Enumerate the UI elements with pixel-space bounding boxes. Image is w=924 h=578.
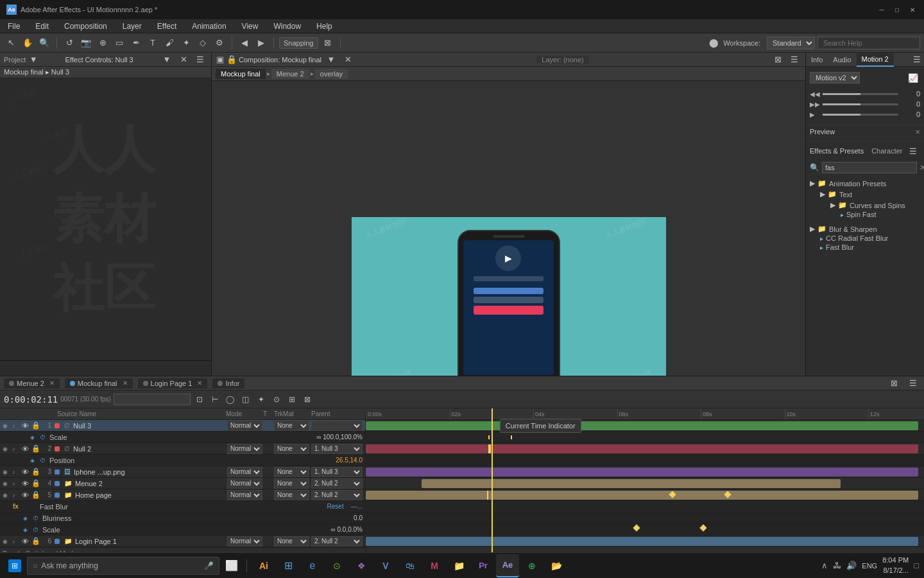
app-edge[interactable]: e [301, 554, 324, 577]
tool-rotate[interactable]: ↺ [62, 36, 76, 50]
app-vs[interactable]: V [374, 554, 397, 577]
tl-tab-login[interactable]: Login Page 1 ✕ [138, 378, 208, 389]
tray-notif[interactable]: □ [914, 561, 919, 570]
tool-brush[interactable]: 🖌 [162, 36, 176, 50]
layer-3-vis[interactable]: 👁 [22, 468, 30, 476]
workspace-select[interactable]: Standard [767, 37, 815, 49]
layer-row-6[interactable]: ◉ ♪ 👁 🔒 6 📁 Login Page 1 Normal None 2. … [0, 536, 365, 547]
layer-6-vis[interactable]: 👁 [22, 538, 30, 545]
motion-slider-1[interactable] [823, 93, 898, 95]
layer-5-audio[interactable]: ♪ [12, 492, 20, 498]
tl-search-input[interactable] [114, 394, 191, 405]
fast-blur-item[interactable]: ▸ Fast Blur [820, 243, 920, 252]
close-button[interactable]: ✕ [907, 4, 918, 15]
curves-chevron[interactable]: ▶ [830, 201, 835, 209]
layer-1-mode[interactable]: Normal [227, 421, 262, 431]
tl-close-login[interactable]: ✕ [197, 380, 202, 387]
effect-controls-options[interactable]: ▼ [160, 53, 174, 67]
tl-current-time[interactable]: 0:00:02:11 [4, 394, 58, 405]
layer-4-trkmat[interactable]: None [274, 478, 309, 489]
tool-puppet[interactable]: ⚙ [212, 36, 227, 50]
app-browser2[interactable]: ⊕ [520, 554, 543, 577]
search-help-input[interactable] [817, 37, 920, 49]
layer-row-4[interactable]: ◉ ♪ 👁 🔒 4 📁 Menue 2 Normal None 2. Null … [0, 478, 365, 489]
layer-6-parent[interactable]: 2. Null 2 [311, 536, 363, 547]
comp-tab-overlay[interactable]: overlay [315, 69, 348, 79]
layer-2-solo[interactable]: ◉ [3, 446, 10, 452]
text-chevron[interactable]: ▶ [820, 190, 825, 198]
layer-2-audio[interactable]: ♪ [12, 446, 20, 452]
layer-4-solo[interactable]: ◉ [3, 480, 10, 487]
search-bar[interactable]: ○ Ask me anything 🎤 [27, 557, 219, 575]
layer-1-vis[interactable]: 👁 [22, 422, 30, 430]
tl-btn-3[interactable]: ◯ [224, 393, 237, 406]
layer-6-mode[interactable]: Normal [227, 536, 262, 547]
anim-presets-chevron[interactable]: ▶ [810, 179, 815, 188]
tl-maximize-btn[interactable]: ⊠ [887, 376, 901, 390]
tl-btn-6[interactable]: ⊙ [270, 393, 283, 406]
effects-menu-btn[interactable]: ☰ [906, 144, 920, 158]
layer-2-mode[interactable]: Normal [227, 444, 262, 454]
effects-search-clear[interactable]: ✕ [920, 163, 924, 172]
tl-menu-btn[interactable]: ☰ [906, 376, 920, 390]
tl-btn-7[interactable]: ⊞ [286, 393, 298, 406]
comp-panel-maximize[interactable]: ⊠ [771, 53, 785, 67]
tl-btn-5[interactable]: ✦ [255, 393, 268, 406]
menu-animation[interactable]: Animation [189, 21, 228, 32]
tl-tab-menue2[interactable]: Menue 2 ✕ [4, 378, 60, 389]
layer-4-vis[interactable]: 👁 [22, 480, 30, 487]
tl-close-mockup[interactable]: ✕ [123, 380, 128, 387]
menu-edit[interactable]: Edit [33, 21, 51, 32]
tool-pan[interactable]: ⊕ [96, 36, 110, 50]
tool-pen[interactable]: ✒ [129, 36, 143, 50]
panel-close-btn[interactable]: ✕ [176, 53, 191, 67]
tool-camera[interactable]: 📷 [79, 36, 93, 50]
layer-row-3[interactable]: ◉ ♪ 👁 🔒 3 🖼 Iphone ...up.png Normal None… [0, 466, 365, 478]
app-folder[interactable]: 📁 [447, 554, 470, 577]
layer-6-lock[interactable]: 🔒 [31, 537, 39, 545]
layer-1-lock[interactable]: 🔒 [31, 421, 39, 430]
blur-stopwatch[interactable]: ⏱ [33, 515, 40, 521]
tl-btn-8[interactable]: ⊠ [301, 393, 314, 406]
app-store[interactable]: 🛍 [398, 554, 422, 577]
tool-clone[interactable]: ✦ [179, 36, 193, 50]
tray-expand[interactable]: ∧ [821, 561, 828, 570]
layer-5-solo[interactable]: ◉ [3, 492, 10, 498]
menu-view[interactable]: View [239, 21, 261, 32]
tl-close-menue2[interactable]: ✕ [49, 380, 55, 387]
layer-5-vis[interactable]: 👁 [22, 491, 30, 499]
tl-btn-2[interactable]: ⊢ [209, 393, 221, 406]
tl-btn-1[interactable]: ⊡ [193, 393, 206, 406]
app-ae[interactable]: Ae [496, 554, 519, 577]
snap-toggle[interactable]: ⊠ [321, 36, 335, 50]
layer-6-solo[interactable]: ◉ [3, 538, 10, 545]
app-illustrator[interactable]: Ai [252, 554, 275, 577]
layer-1-sub-stopwatch[interactable]: ⏱ [40, 434, 47, 441]
blur-anim[interactable]: ◈ [23, 515, 31, 521]
task-view-button[interactable]: ⬜ [222, 556, 241, 575]
layer-3-trkmat[interactable]: None [274, 467, 309, 477]
menu-composition[interactable]: Composition [62, 21, 110, 32]
maximize-button[interactable]: □ [892, 4, 902, 15]
tray-language[interactable]: ENG [862, 562, 877, 570]
layer-2-parent[interactable]: 1. Null 3 [311, 444, 363, 454]
layer-4-mode[interactable]: Normal [227, 478, 262, 489]
layer-row-5[interactable]: ◉ ♪ 👁 🔒 5 📁 Home page Normal None 2. Nul… [0, 489, 365, 501]
comp-panel-close[interactable]: ✕ [341, 53, 355, 67]
app-explorer[interactable]: 📂 [545, 554, 568, 577]
layer-5-mode[interactable]: Normal [227, 490, 262, 500]
right-panel-menu[interactable]: ☰ [910, 53, 924, 67]
menu-effect[interactable]: Effect [155, 21, 179, 32]
tl-tab-mockup[interactable]: Mockup final ✕ [65, 378, 133, 389]
layer-3-audio[interactable]: ♪ [12, 469, 20, 475]
layer-row-2[interactable]: ◉ ♪ 👁 🔒 2 ∅ Null 2 Normal None 1. Null 3 [0, 443, 365, 455]
layer-3-lock[interactable]: 🔒 [31, 468, 39, 476]
tool-arrow-r[interactable]: ▶ [254, 36, 268, 50]
layer-1-trkmat[interactable]: None [274, 421, 309, 431]
layer-5-lock[interactable]: 🔒 [31, 491, 39, 499]
tool-rec[interactable]: ⬤ [706, 36, 721, 50]
comp-tab-mockup-final[interactable]: Mockup final [216, 69, 266, 79]
windows-icon[interactable]: ⊞ [8, 559, 21, 572]
comp-panel-menu[interactable]: ☰ [787, 53, 801, 67]
scale-sub-stopwatch[interactable]: ⏱ [33, 527, 40, 533]
